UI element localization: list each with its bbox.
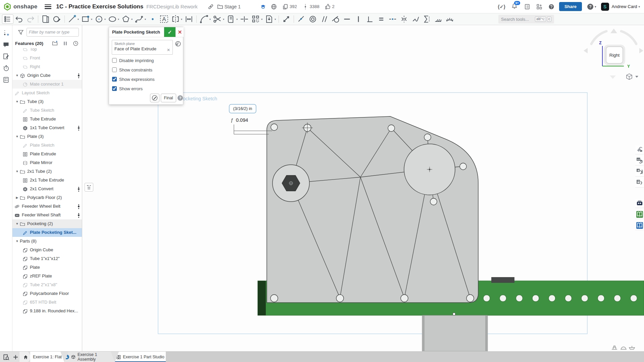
measure-tool-icon[interactable]: [281, 14, 292, 24]
checkbox[interactable]: [112, 67, 117, 72]
tube-hole[interactable]: [598, 295, 604, 302]
hex-bore[interactable]: [273, 165, 309, 202]
chevron-down-icon[interactable]: ▾: [236, 18, 238, 21]
option-show-expressions[interactable]: Show expressions: [112, 76, 155, 82]
copies-icon[interactable]: [282, 4, 288, 10]
ellipse-tool-icon[interactable]: ▾: [107, 14, 120, 24]
vertical-tool-icon[interactable]: [353, 14, 364, 24]
dimension-expression[interactable]: (3/16/2) in: [233, 106, 252, 111]
new-tab-button[interactable]: [13, 354, 18, 360]
chevron-down-icon[interactable]: ▾: [275, 18, 276, 21]
configurations-icon[interactable]: [635, 167, 644, 176]
feature-tree-row[interactable]: Tube Extrude: [12, 115, 82, 123]
chevron-down-icon[interactable]: ▼: [14, 132, 20, 141]
tube-hole[interactable]: [549, 295, 555, 302]
mate-connector-icon[interactable]: [175, 41, 181, 47]
chevron-right-icon[interactable]: ▶: [14, 193, 20, 202]
feature-tree-row[interactable]: 2x1 Convert: [12, 185, 82, 193]
new-folder-icon[interactable]: [52, 41, 58, 46]
feature-tree-row[interactable]: zREF Plate: [12, 272, 82, 280]
derived-tool-icon[interactable]: [51, 14, 63, 24]
feature-tree-row[interactable]: Plate Sketch: [12, 141, 82, 150]
sync-tool-icon[interactable]: [421, 14, 433, 24]
dialog-help-icon[interactable]: ?: [178, 95, 183, 101]
option-show-errors[interactable]: Show errors: [112, 86, 143, 92]
chevron-down-icon[interactable]: ▾: [131, 18, 133, 21]
center-point-circle-tool-icon[interactable]: ▾: [93, 14, 107, 24]
green-library-icon[interactable]: [635, 210, 644, 219]
bearing-bore[interactable]: [404, 144, 455, 195]
tube-hole[interactable]: [483, 295, 490, 302]
chevron-down-icon[interactable]: ▾: [91, 18, 92, 21]
tube-hole[interactable]: [614, 295, 621, 302]
feature-tree-row[interactable]: Feeeder Wheel Belt: [12, 202, 82, 211]
sketch-manager-tool-icon[interactable]: [2, 14, 13, 24]
feature-tree-row[interactable]: Plate Extrude: [12, 150, 82, 158]
dimension-callout[interactable]: (3/16/2) in ƒ 0.094: [229, 104, 272, 134]
sketch-preview-button[interactable]: [150, 94, 159, 102]
custom-feature-icon[interactable]: [635, 199, 644, 208]
option-show-constraints[interactable]: Show constraints: [112, 67, 152, 73]
checkbox[interactable]: [112, 77, 117, 82]
option-disable-imprinting[interactable]: Disable imprinting: [112, 57, 154, 63]
tube-hole[interactable]: [630, 295, 637, 302]
versions-panel-icon[interactable]: [3, 30, 9, 37]
checkbox[interactable]: [112, 58, 117, 63]
curvature-comb-tool-icon[interactable]: [444, 14, 455, 24]
feature-tree-row[interactable]: Tube Sketch: [12, 106, 82, 115]
featurescript-check-icon[interactable]: {✓}: [498, 4, 505, 9]
feature-tree-row[interactable]: Tube 1"x1"x12": [12, 254, 82, 263]
filter-input[interactable]: [27, 28, 79, 37]
support-post[interactable]: [422, 315, 488, 351]
hamburger-menu-icon[interactable]: [45, 4, 51, 9]
comments-panel-icon[interactable]: [3, 41, 9, 48]
tube-hole[interactable]: [581, 295, 588, 302]
clear-selection-icon[interactable]: ✕: [167, 48, 170, 52]
tab-exercise-1-assembly[interactable]: ▲ Exercise 1 Assembly: [64, 352, 115, 362]
feature-tree-row[interactable]: Plate: [12, 263, 82, 272]
rollback-clock-icon[interactable]: [73, 41, 79, 46]
offset-tool-icon[interactable]: [183, 14, 195, 24]
view-mode-selector[interactable]: [627, 74, 638, 80]
feature-tree-row[interactable]: Tube 2"x1"x8": [12, 280, 82, 289]
avatar[interactable]: S: [601, 3, 609, 11]
chevron-down-icon[interactable]: ▾: [118, 18, 119, 21]
use-project-tool-icon[interactable]: ▾: [225, 14, 239, 24]
parallel-tool-icon[interactable]: [318, 14, 330, 24]
apps-icon[interactable]: [536, 4, 542, 10]
feature-tree-row[interactable]: ▼Pocketing (2): [12, 219, 82, 228]
sketch-text-tool-icon[interactable]: A: [158, 14, 170, 24]
chevron-down-icon[interactable]: ▾: [181, 18, 182, 21]
chevron-down-icon[interactable]: ▼: [14, 167, 20, 176]
feature-tree-row[interactable]: Layout Sketch: [12, 89, 82, 97]
chevron-down-icon[interactable]: ▼: [14, 237, 20, 246]
drag-handle-icon[interactable]: [78, 186, 79, 192]
plate-body[interactable]: [267, 116, 478, 303]
feature-tree-row[interactable]: Top: [12, 48, 82, 54]
fillet-tool-icon[interactable]: ▾: [198, 14, 212, 24]
breadcrumb[interactable]: Stage 1: [225, 4, 241, 9]
equal-tool-icon[interactable]: [376, 14, 387, 24]
search-tabs-icon[interactable]: [3, 354, 9, 360]
feature-tree-row[interactable]: 65T HTD Belt: [12, 298, 82, 307]
rotate-right-arrow-icon[interactable]: [639, 48, 643, 53]
rotate-cw-arrow-icon[interactable]: [621, 31, 636, 44]
view-cube-face-label[interactable]: Right: [609, 53, 620, 58]
rotate-left-arrow-icon[interactable]: [584, 48, 588, 53]
drag-handle-icon[interactable]: [78, 212, 79, 218]
tab-home[interactable]: [19, 352, 32, 362]
filter-icon[interactable]: [18, 29, 24, 35]
dimension-value[interactable]: 0.094: [236, 117, 248, 123]
suppress-pause-icon[interactable]: [62, 41, 68, 46]
like-icon[interactable]: [325, 4, 331, 10]
feature-tree-row[interactable]: Right: [12, 62, 82, 71]
feature-tree-row[interactable]: Mate connector 1: [12, 80, 82, 89]
checklist-panel-icon[interactable]: [3, 76, 9, 83]
tube-hole[interactable]: [500, 295, 506, 302]
feature-tree-row[interactable]: ▼2x1 Tube (2): [12, 167, 82, 176]
chevron-down-icon[interactable]: ▾: [78, 18, 79, 21]
redo-tool-icon[interactable]: [25, 14, 36, 24]
user-menu-caret-icon[interactable]: ▾: [638, 5, 640, 8]
feature-tree-row[interactable]: Plate Mirror: [12, 158, 82, 167]
perpendicular-tool-icon[interactable]: [364, 14, 376, 24]
